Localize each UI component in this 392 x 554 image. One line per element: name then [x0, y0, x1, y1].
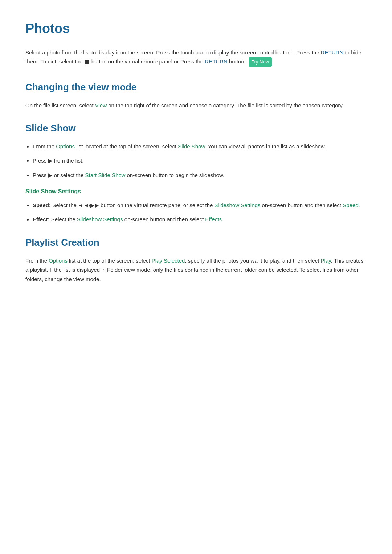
slide-show-bullet-list: From the Options list located at the top…	[33, 142, 367, 180]
settings-bullet-2: Effect: Select the Slideshow Settings on…	[33, 215, 367, 224]
return-link-1[interactable]: RETURN	[321, 49, 344, 56]
intro-text-4: button.	[228, 58, 246, 65]
subsection-title-slide-show-settings: Slide Show Settings	[25, 187, 367, 196]
section-playlist-creation: Playlist Creation From the Options list …	[25, 235, 367, 284]
section-title-slide-show: Slide Show	[25, 121, 367, 136]
slide-show-bullet-1: From the Options list located at the top…	[33, 142, 367, 151]
section-title-changing-view-mode: Changing the view mode	[25, 80, 367, 95]
view-mode-text-1: On the file list screen, select	[25, 102, 95, 108]
section-slide-show: Slide Show From the Options list located…	[25, 121, 367, 224]
settings-b1-text3: .	[359, 202, 360, 208]
settings-bullet-1: Speed: Select the ◄◄/▶▶ button on the vi…	[33, 201, 367, 210]
pc-text-3: , specify all the photos you want to pla…	[185, 258, 320, 264]
try-now-badge[interactable]: Try Now	[249, 57, 272, 67]
subsection-slide-show-settings: Slide Show Settings Speed: Select the ◄◄…	[25, 187, 367, 224]
stop-icon	[85, 60, 89, 64]
section-title-playlist-creation: Playlist Creation	[25, 235, 367, 250]
section-text-playlist-creation: From the Options list at the top of the …	[25, 256, 367, 284]
settings-b2-text3: .	[222, 216, 223, 222]
options-link-2[interactable]: Options	[49, 258, 68, 264]
section-changing-view-mode: Changing the view mode On the file list …	[25, 80, 367, 110]
intro-text-1: Select a photo from the list to display …	[25, 49, 321, 56]
speed-label: Speed:	[33, 202, 51, 208]
slideshow-settings-link-1[interactable]: Slideshow Settings	[215, 202, 261, 208]
slide-show-bullet-2: Press ▶ from the list.	[33, 156, 367, 165]
slideshow-settings-link-2[interactable]: Slideshow Settings	[77, 216, 123, 222]
ss-b1-text3: . You can view all photos in the list as…	[205, 143, 326, 149]
view-link[interactable]: View	[95, 102, 107, 108]
ss-b3-text2: on-screen button to begin the slideshow.	[125, 172, 224, 178]
slide-show-link-1[interactable]: Slide Show	[178, 143, 205, 149]
play-selected-link[interactable]: Play Selected	[152, 258, 185, 264]
start-slide-show-link[interactable]: Start Slide Show	[85, 172, 126, 178]
ss-b3-text1: Press ▶ or select the	[33, 172, 85, 178]
intro-text-3: button on the virtual remote panel or Pr…	[90, 58, 205, 65]
intro-paragraph: Select a photo from the list to display …	[25, 48, 367, 67]
settings-b1-text1: Select the ◄◄/▶▶ button on the virtual r…	[51, 202, 215, 208]
ss-b1-text1: From the	[33, 143, 56, 149]
pc-text-2: list at the top of the screen, select	[68, 258, 152, 264]
slide-show-settings-list: Speed: Select the ◄◄/▶▶ button on the vi…	[33, 201, 367, 224]
page-title: Photos	[25, 18, 367, 39]
ss-b1-text2: list located at the top of the screen, s…	[75, 143, 178, 149]
section-text-changing-view-mode: On the file list screen, select View on …	[25, 101, 367, 110]
play-link[interactable]: Play	[321, 258, 331, 264]
return-link-2[interactable]: RETURN	[205, 58, 228, 65]
options-link-1[interactable]: Options	[56, 143, 75, 149]
slide-show-bullet-3: Press ▶ or select the Start Slide Show o…	[33, 171, 367, 180]
speed-link[interactable]: Speed	[343, 202, 358, 208]
view-mode-text-2: on the top right of the screen and choos…	[107, 102, 344, 108]
effects-link[interactable]: Effects	[205, 216, 222, 222]
ss-b2-text: Press ▶ from the list.	[33, 157, 83, 164]
settings-b2-text1: Select the	[50, 216, 77, 222]
settings-b1-text2: on-screen button and then select	[260, 202, 343, 208]
settings-b2-text2: on-screen button and then select	[123, 216, 205, 222]
pc-text-1: From the	[25, 258, 49, 264]
effect-label: Effect:	[33, 216, 50, 222]
